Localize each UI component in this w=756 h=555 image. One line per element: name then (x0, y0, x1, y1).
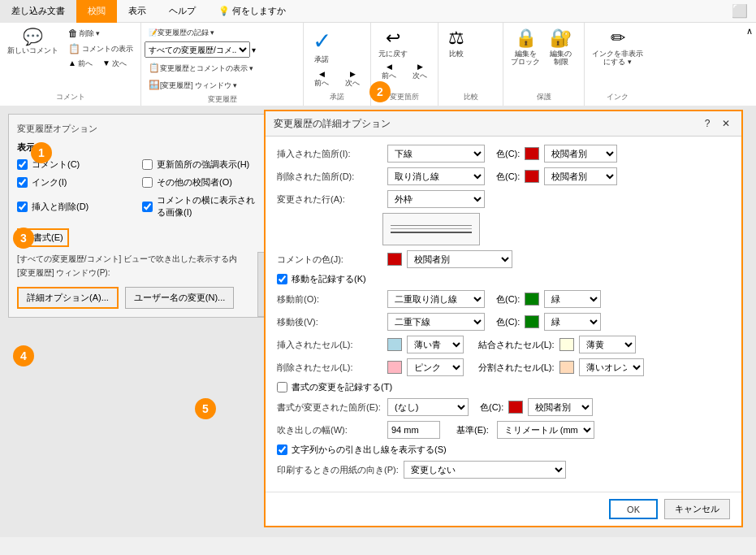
cancel-button[interactable]: キャンセル (664, 499, 730, 519)
next-comment-button[interactable]: ▼ 次へ (98, 57, 131, 69)
leader-line-checkbox[interactable] (277, 444, 287, 455)
cb-insert-input[interactable] (17, 202, 28, 212)
tab-search[interactable]: 💡 何をしますか (207, 0, 297, 23)
change-username-button[interactable]: ユーザー名の変更(N)... (125, 287, 234, 309)
print-orient-select[interactable]: 変更しない (404, 461, 566, 479)
prev-comment-icon: ▲ (68, 59, 76, 67)
compare-group-label: 比較 (442, 89, 499, 102)
next-icon: ▶ (350, 70, 356, 78)
move-record-label: 移動を記録する(K) (292, 273, 366, 285)
format-color-select[interactable]: 校閲者別 (528, 398, 593, 416)
inserted-cell-row: 挿入されたセル(L): 薄い青 結合されたセル(L): 薄黄 (277, 336, 730, 353)
sample-preview-box (382, 213, 480, 245)
window-text: [変更履歴] ウィンドウ(P): (17, 267, 259, 279)
split-cell-select[interactable]: 薄いオレンジ (579, 358, 644, 376)
accept-group-label: 承諾 (307, 89, 367, 102)
delete-label: 削除された箇所(D): (277, 171, 382, 183)
merged-cell-select[interactable]: 薄黄 (579, 336, 636, 353)
tab-help[interactable]: ヘルプ (158, 0, 207, 23)
tab-hyoji[interactable]: 表示 (117, 0, 158, 23)
delete-button[interactable]: 🗑 削除 ▾ (64, 26, 137, 41)
ok-button[interactable]: OK (609, 499, 658, 519)
show-icon: 📋 (149, 63, 160, 73)
changed-select[interactable]: 外枠 (387, 190, 485, 208)
cb-others-input[interactable] (142, 177, 153, 188)
base-label: 基準(E): (456, 424, 489, 436)
comment-color-select[interactable]: 校閲者別 (407, 250, 512, 268)
comment-display-icon: 📋 (68, 43, 80, 54)
comment-color-label: コメントの色(J): (277, 254, 382, 266)
split-cell-label: 分割されたセル(L): (478, 362, 555, 374)
inserted-cell-select[interactable]: 薄い青 (407, 336, 464, 353)
restore-button[interactable]: ⬜ (732, 3, 748, 19)
history-window-button[interactable]: 🪟 [変更履歴] ウィンドウ ▾ (145, 78, 300, 92)
sample-line-2 (391, 228, 472, 229)
cb-image-input[interactable] (142, 202, 153, 212)
badge-1: 1 (31, 142, 52, 163)
prev-reject-icon: ◀ (387, 63, 392, 71)
hide-ink-button[interactable]: ✏ インクを非表示にする ▾ (588, 26, 647, 67)
format-change-label: 書式の変更を記録する(T) (292, 381, 392, 393)
prev-reject-button[interactable]: ◀ 前へ (374, 61, 404, 81)
compare-button[interactable]: ⚖ 比較 (442, 26, 471, 59)
history-view-select[interactable]: すべての変更履歴/コメ... (145, 41, 250, 58)
ribbon-group-comment: 💬 新しいコメント 🗑 削除 ▾ 📋 コメントの表示 ▲ (0, 23, 141, 106)
badge-2: 2 (369, 81, 391, 102)
tab-kouetsu[interactable]: 校閲 (76, 0, 117, 23)
block-edit-button[interactable]: 🔒 編集をブロック (507, 26, 544, 67)
format-change-checkbox[interactable] (277, 382, 287, 392)
undo-button[interactable]: ↩ 元に戻す (374, 26, 412, 59)
history-group-label: 変更履歴 (145, 92, 300, 105)
format-changed-select[interactable]: (なし) (387, 398, 469, 416)
tab-sashibomi[interactable]: 差し込み文書 (0, 0, 76, 23)
restrict-icon: 🔐 (550, 28, 572, 49)
insert-select[interactable]: 下線 (387, 145, 485, 163)
delete-select[interactable]: 取り消し線 (387, 167, 485, 185)
comment-display-button[interactable]: 📋 コメントの表示 (64, 41, 137, 56)
record-icon: 📝 (149, 28, 158, 37)
print-orient-row: 印刷するときの用紙の向き(P): 変更しない (277, 461, 730, 479)
move-after-select[interactable]: 二重下線 (387, 313, 485, 331)
dialog-help-button[interactable]: ? (700, 116, 715, 131)
bubble-width-input[interactable] (387, 421, 440, 439)
dialog-close-button[interactable]: ✕ (719, 116, 733, 131)
inserted-cell-label: 挿入されたセル(L): (277, 339, 382, 351)
display-section: 表示 (17, 141, 259, 154)
insert-label: 挿入された箇所(I): (277, 148, 382, 160)
move-before-color-box (525, 293, 539, 306)
show-history-comments-button[interactable]: 📋 変更履歴とコメントの表示 ▾ (145, 61, 300, 75)
insert-color-select[interactable]: 校閲者別 (544, 145, 617, 163)
left-panel-buttons: 詳細オプション(A)... ユーザー名の変更(N)... (17, 287, 259, 309)
collapse-ribbon[interactable]: ∧ (743, 23, 756, 106)
next-reject-icon: ▶ (417, 63, 423, 71)
prev-change-button[interactable]: ◀ 前へ (307, 68, 336, 89)
move-after-color-box (525, 315, 539, 328)
new-comment-button[interactable]: 💬 新しいコメント (3, 26, 63, 69)
cb-ink-input[interactable] (17, 177, 28, 188)
cb-highlight-input[interactable] (142, 159, 153, 170)
move-before-select[interactable]: 二重取り消し線 (387, 290, 485, 308)
insert-color-label: 色(C): (496, 148, 520, 160)
next-comment-icon: ▼ (102, 59, 110, 67)
restrict-edit-button[interactable]: 🔐 編集の制限 (546, 26, 576, 67)
move-after-color-select[interactable]: 緑 (544, 313, 601, 331)
undo-icon: ↩ (386, 28, 400, 49)
record-history-button[interactable]: 📝 変更履歴の記録 ▾ (145, 26, 218, 38)
deleted-cell-select[interactable]: ピンク (407, 358, 464, 376)
prev-comment-button[interactable]: ▲ 前へ (64, 57, 97, 69)
base-select[interactable]: ミリメートル (mm) (497, 421, 594, 439)
move-before-color-select[interactable]: 緑 (544, 290, 601, 308)
delete-color-select[interactable]: 校閲者別 (544, 167, 617, 185)
next-reject-button[interactable]: ▶ 次へ (405, 61, 434, 81)
next-change-button[interactable]: ▶ 次へ (338, 68, 367, 89)
move-record-checkbox[interactable] (277, 274, 287, 284)
accept-button[interactable]: ✓ 承諾 (307, 26, 336, 65)
changed-label: 変更された行(A): (277, 193, 382, 206)
cb-comment-input[interactable] (17, 159, 28, 170)
cb-insert-label: 挿入と削除(D) (32, 201, 89, 213)
detail-options-button[interactable]: 詳細オプション(A)... (17, 287, 119, 309)
ribbon-tabs: 差し込み文書 校閲 表示 ヘルプ 💡 何をしますか ⬜ (0, 0, 756, 23)
print-orient-label: 印刷するときの用紙の向き(P): (277, 464, 399, 476)
bubble-width-label: 吹き出しの幅(W): (277, 424, 382, 436)
dialog-titlebar: 変更履歴の詳細オプション ? ✕ (266, 111, 741, 137)
